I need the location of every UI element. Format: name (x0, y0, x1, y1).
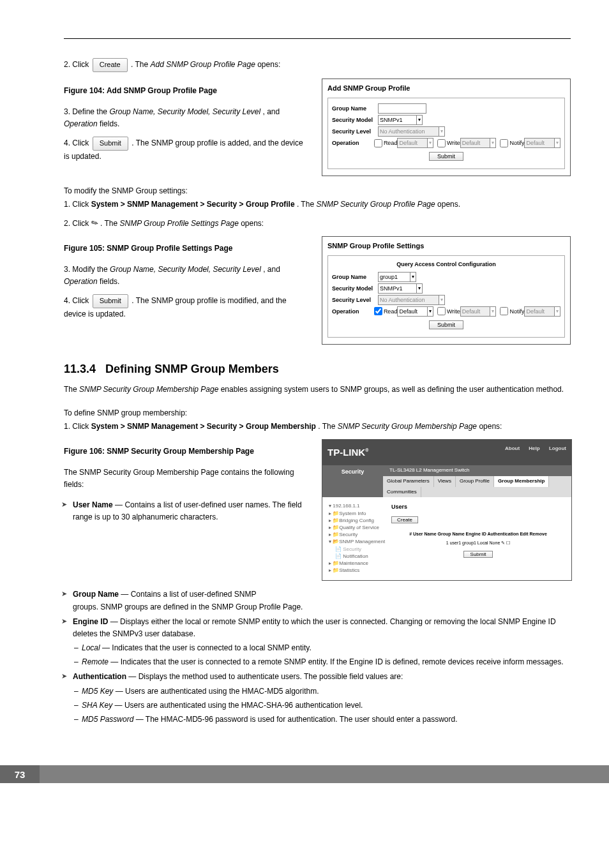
submit-button[interactable]: Submit (429, 152, 463, 161)
label-sec-model: Security Model (332, 116, 378, 124)
nav-statistics[interactable]: ▸ 📁Statistics (329, 567, 386, 574)
chevron-down-icon: ▾ (439, 295, 445, 305)
notify-label: Notify (509, 307, 524, 316)
text: opens: (479, 422, 502, 431)
sub-list: MD5 Key — Users are authenticated using … (73, 685, 571, 726)
fields-intro: The SNMP Security Group Membership Page … (64, 467, 309, 491)
text: . The (297, 200, 316, 209)
section-intro: The SNMP Security Group Membership Page … (64, 384, 571, 396)
field-list: User Name — Contains a list of user-defi… (64, 499, 309, 523)
text: opens: (241, 219, 264, 228)
text-italic: SNMP Security Group Membership Page (79, 385, 218, 394)
write-checkbox[interactable] (437, 139, 446, 147)
page-number: 73 (0, 765, 40, 783)
label-sec-level: Security Level (332, 127, 378, 136)
write-label: Write (447, 138, 460, 147)
text: enables assigning system users to SNMP g… (221, 385, 564, 394)
field-label: Local (82, 643, 100, 652)
figure-105-caption: Figure 105: SNMP Group Profile Settings … (64, 243, 309, 255)
page-footer: 73 (0, 765, 609, 783)
list-item: Authentication — Displays the method use… (73, 671, 571, 726)
notify-checkbox[interactable] (500, 139, 508, 147)
list-item: Engine ID — Displays either the local or… (73, 616, 571, 669)
chevron-down-icon: ▾ (555, 306, 560, 317)
label-operation: Operation (332, 307, 370, 316)
chevron-down-icon: ▾ (428, 306, 433, 317)
figure-104-panel: Add SNMP Group Profile Group Name Securi… (322, 79, 571, 177)
side-nav: ▾ 192.168.1.1 ▸ 📁System Info ▸ 📁Bridging… (329, 502, 386, 574)
about-link[interactable]: About (505, 445, 520, 451)
logout-link[interactable]: Logout (549, 445, 566, 451)
tab-global-parameters[interactable]: Global Parameters (383, 476, 434, 487)
nav-bridging-config[interactable]: ▸ 📁Bridging Config (329, 517, 386, 524)
tab-group-profile[interactable]: Group Profile (456, 476, 494, 487)
notify-checkbox[interactable] (500, 307, 508, 315)
nav-ip[interactable]: ▾ 192.168.1.1 (329, 502, 386, 509)
chevron-down-icon: ▾ (439, 126, 445, 137)
figure-105-panel: SNMP Group Profile Settings Query Access… (322, 236, 571, 345)
submit-button[interactable]: Submit (463, 551, 493, 558)
nav-snmp-security[interactable]: 📄 Security (329, 546, 386, 553)
text: 3. Define the (64, 107, 109, 116)
read-checkbox[interactable] (374, 139, 382, 147)
text-bold: System > SNMP Management > Security > Gr… (91, 422, 316, 431)
text-italic: Operation (64, 119, 98, 128)
read-value: Default (397, 138, 428, 148)
field-desc: — Indicates that the user is connected t… (109, 657, 564, 666)
text-italic: Add SNMP Group Profile Page (151, 60, 255, 69)
submit-button: Submit (93, 294, 128, 308)
field-label: MD5 Key (82, 687, 113, 696)
field-label: Engine ID (73, 617, 108, 626)
text: 4. Click (64, 296, 91, 305)
sec-model-select[interactable]: SNMPv1 (378, 115, 417, 125)
chevron-down-icon: ▾ (490, 138, 496, 148)
create-button[interactable]: Create (391, 516, 418, 523)
main-header: Users (391, 502, 565, 511)
text: opens. (437, 200, 460, 209)
text: , and (263, 107, 280, 116)
sec-model-select[interactable]: SNMPv1 (378, 283, 417, 294)
nav-security[interactable]: ▸ 📁Security (329, 531, 386, 538)
text: , and (263, 265, 280, 274)
chevron-down-icon: ▾ (410, 272, 416, 282)
tab-views[interactable]: Views (434, 476, 456, 487)
text-italic: SNMP Security Group Profile Page (316, 200, 435, 209)
group-name-select[interactable]: group1 (378, 272, 410, 282)
read-value[interactable]: Default (397, 306, 428, 317)
field-list-continued: Group Name — Contains a list of user-def… (64, 588, 571, 726)
table-row: 1 user1 group1 Local None ✎ ☐ (391, 539, 565, 546)
field-label: MD5 Password (82, 715, 133, 724)
notify-value: Default (524, 306, 555, 317)
figure-106-panel: TP-LINK® About Help Logout Security TL-S… (322, 439, 572, 581)
read-checkbox[interactable] (374, 307, 382, 315)
list-item: SHA Key — Users are authenticated using … (82, 700, 571, 712)
notify-label: Notify (509, 138, 524, 147)
read-label: Read (384, 307, 398, 316)
figure-104-caption: Figure 104: Add SNMP Group Profile Page (64, 85, 309, 97)
panel-title: Add SNMP Group Profile (327, 83, 565, 94)
modify-step-2: 2. Click ✎ . The SNMP Group Profile Sett… (64, 218, 571, 230)
sub-list: Local — Indicates that the user is conne… (73, 642, 571, 668)
field-desc: — Users are authenticated using the HMAC… (112, 701, 363, 710)
field-desc: — Users are authenticated using the HMAC… (113, 687, 319, 696)
tab-communities[interactable]: Communities (383, 487, 421, 498)
chevron-down-icon: ▾ (417, 283, 423, 294)
nav-snmp-notification[interactable]: 📄 Notification (329, 553, 386, 560)
notify-value: Default (524, 138, 555, 148)
nav-qos[interactable]: ▸ 📁Quality of Service (329, 524, 386, 531)
text: . The (131, 60, 150, 69)
tab-group-membership[interactable]: Group Membership (494, 476, 549, 487)
help-link[interactable]: Help (529, 445, 539, 451)
step-4-submit: 4. Click Submit . The SNMP group profile… (64, 137, 309, 163)
submit-button[interactable]: Submit (429, 320, 463, 329)
write-checkbox[interactable] (437, 307, 446, 315)
nav-system-info[interactable]: ▸ 📁System Info (329, 510, 386, 517)
list-item: Remote — Indicates that the user is conn… (82, 656, 571, 668)
nav-snmp-management[interactable]: ▾ 📂SNMP Management (329, 538, 386, 545)
main-panel: Users Create # User Name Group Name Engi… (391, 502, 565, 574)
nav-maintenance[interactable]: ▸ 📁Maintenance (329, 560, 386, 567)
text-italic: Group Name, Security Model, Security Lev… (110, 265, 261, 274)
list-item: MD5 Key — Users are authenticated using … (82, 685, 571, 698)
group-name-input[interactable] (378, 103, 426, 114)
form-fieldset: Query Access Control Configuration Group… (327, 255, 565, 337)
